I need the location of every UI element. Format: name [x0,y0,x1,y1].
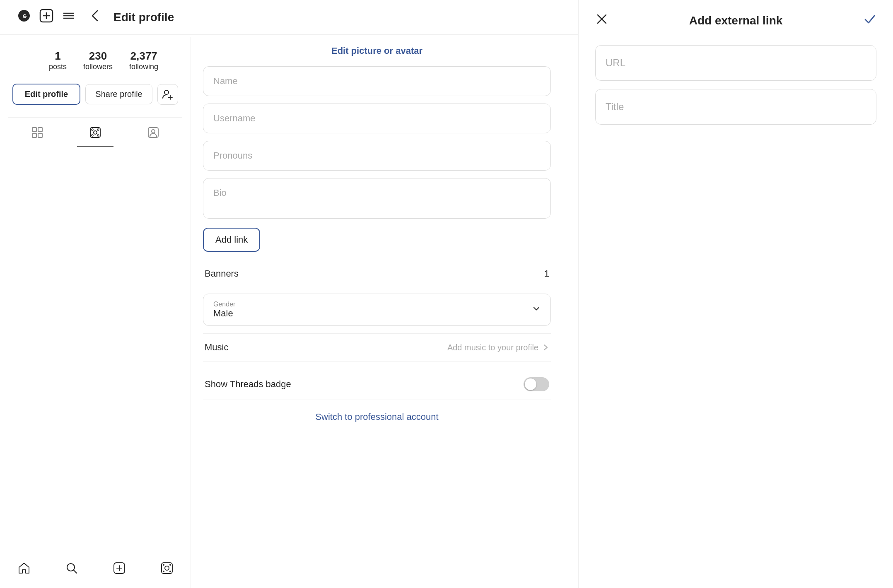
svg-point-29 [165,566,169,570]
right-panel-header: Add external link [595,12,876,29]
tab-reels[interactable] [77,122,113,147]
menu-icon[interactable] [61,8,76,26]
action-buttons: Edit profile Share profile [8,84,182,105]
main-panel: Edit picture or avatar Add link Banners … [191,37,563,435]
share-profile-button[interactable]: Share profile [85,84,152,104]
pronouns-input[interactable] [203,141,551,171]
add-person-button[interactable] [157,84,178,105]
music-row[interactable]: Music Add music to your profile [203,333,551,361]
svg-rect-10 [38,128,42,132]
stat-followers: 230 followers [83,50,113,71]
username-input[interactable] [203,104,551,133]
add-link-button[interactable]: Add link [203,228,260,252]
svg-rect-12 [38,133,42,137]
banners-row: Banners 1 [203,262,551,286]
threads-badge-toggle[interactable] [524,377,549,391]
nav-icons: Edit profile [17,8,174,26]
svg-point-17 [92,135,93,136]
toggle-knob [525,378,536,390]
banners-count: 1 [544,268,549,279]
svg-point-16 [97,129,99,130]
tab-grid[interactable] [19,122,56,147]
posts-label: posts [49,63,67,71]
following-count: 2,377 [129,50,158,63]
posts-count: 1 [49,50,67,63]
threads-icon[interactable] [17,8,31,26]
music-action[interactable]: Add music to your profile [447,343,549,352]
gender-label: Gender [213,301,541,308]
svg-rect-9 [32,128,36,132]
svg-point-33 [169,571,171,572]
create-icon[interactable] [39,8,54,26]
back-arrow-icon[interactable] [88,8,103,26]
title-input[interactable] [595,89,876,125]
music-label: Music [205,342,228,353]
home-nav-icon[interactable] [17,561,31,578]
tab-row [8,117,182,147]
panel-title: Add external link [689,14,783,27]
chevron-down-icon [532,304,541,316]
gender-value: Male [213,308,233,318]
following-label: following [129,63,158,71]
close-icon[interactable] [595,12,608,29]
bio-input[interactable] [203,178,551,219]
edit-picture-link[interactable]: Edit picture or avatar [203,46,551,56]
svg-rect-11 [32,133,36,137]
add-external-link-panel: Add external link [578,0,893,588]
followers-count: 230 [83,50,113,63]
stat-following: 2,377 following [129,50,158,71]
gender-dropdown[interactable]: Gender Male [203,294,551,326]
threads-badge-row: Show Threads badge [203,369,551,400]
confirm-icon[interactable] [863,12,876,29]
name-input[interactable] [203,66,551,96]
banners-label: Banners [205,268,239,279]
reels-nav-icon[interactable] [160,561,174,578]
search-nav-icon[interactable] [65,561,78,578]
page-title: Edit profile [113,11,174,24]
tab-tagged[interactable] [135,122,171,147]
svg-point-30 [163,564,164,566]
stat-posts: 1 posts [49,50,67,71]
gender-dropdown-wrapper: Gender Male [203,294,551,326]
threads-badge-label: Show Threads badge [205,379,291,390]
svg-point-31 [169,564,171,566]
svg-point-32 [163,571,164,572]
svg-point-14 [94,131,97,134]
url-input[interactable] [595,45,876,81]
svg-line-24 [74,570,77,573]
edit-profile-button[interactable]: Edit profile [12,84,80,105]
stats-row: 1 posts 230 followers 2,377 following [8,50,182,71]
switch-professional-link[interactable]: Switch to professional account [203,407,551,427]
left-panel: 1 posts 230 followers 2,377 following Ed… [0,37,191,159]
create-nav-icon[interactable] [113,561,126,578]
music-action-text: Add music to your profile [447,343,538,352]
followers-label: followers [83,63,113,71]
svg-point-15 [92,129,93,130]
bottom-nav [0,551,191,588]
svg-point-6 [164,90,169,94]
svg-point-18 [97,135,99,136]
svg-point-20 [152,130,155,133]
